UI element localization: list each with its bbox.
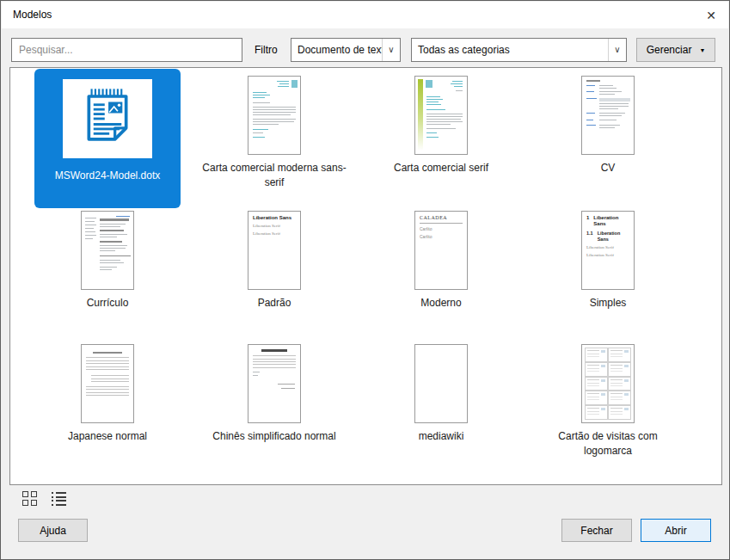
document-type-value: Documento de texto xyxy=(291,39,382,61)
template-label: Carta comercial serif xyxy=(364,161,518,175)
thumb-text: Carlito xyxy=(420,226,463,231)
manage-button-label: Gerenciar xyxy=(647,44,692,56)
thumb-text: Liberation Serif xyxy=(253,224,296,229)
template-thumbnail xyxy=(414,344,468,423)
list-view-icon xyxy=(52,491,66,506)
thumbnail-view-button[interactable] xyxy=(22,491,37,506)
template-label: mediawiki xyxy=(364,429,518,444)
caret-down-icon: ▼ xyxy=(699,47,705,53)
close-button[interactable]: Fechar xyxy=(561,519,632,542)
template-thumbnail xyxy=(81,344,134,423)
open-button[interactable]: Abrir xyxy=(641,519,711,542)
template-label: MSWord24-Model.dotx xyxy=(34,169,181,183)
template-tile-moderno[interactable]: CALADEA Carlito Carlito Moderno xyxy=(364,211,518,311)
template-label: Moderno xyxy=(364,296,518,311)
template-tile-cartao-de-visitas[interactable]: Cartão de visitas com logomarca xyxy=(531,344,685,458)
template-thumbnail xyxy=(81,211,134,290)
template-label: CV xyxy=(531,161,685,175)
template-tile-japanese-normal[interactable]: Japanese normal xyxy=(30,344,185,444)
business-card-grid xyxy=(585,348,631,420)
template-thumbnail xyxy=(248,344,301,423)
template-tile-padrao[interactable]: Liberation Sans Liberation Serif Liberat… xyxy=(197,211,352,311)
thumb-text: Carlito xyxy=(420,234,463,239)
template-tile-mediawiki[interactable]: mediawiki xyxy=(364,344,518,444)
thumb-text: 1.1 xyxy=(586,231,593,243)
filter-label: Filtro xyxy=(255,44,278,56)
close-icon[interactable]: ✕ xyxy=(701,6,721,25)
template-grid: MSWord24-Model.dotx Carta comercia xyxy=(9,67,722,485)
search-input[interactable] xyxy=(11,38,242,62)
notepad-icon xyxy=(74,84,141,153)
template-tile-curriculo[interactable]: Currículo xyxy=(30,211,185,311)
template-tile-msword24-model[interactable]: MSWord24-Model.dotx xyxy=(34,69,181,208)
template-label: Currículo xyxy=(30,296,185,311)
thumb-text: Liberation Serif xyxy=(586,253,629,258)
grid-view-icon xyxy=(22,491,37,506)
category-value: Todas as categorias xyxy=(412,39,608,61)
thumb-text: Liberation Sans xyxy=(593,215,629,227)
template-label: Cartão de visitas com logomarca xyxy=(539,429,677,458)
dialog-title: Modelos xyxy=(13,9,52,21)
view-toggles xyxy=(22,491,66,506)
thumb-text: CALADEA xyxy=(420,215,463,224)
template-thumbnail xyxy=(414,76,468,155)
template-tile-carta-comercial-moderna[interactable]: Carta comercial moderna sans-serif xyxy=(197,76,352,190)
template-label: Chinês simplificado normal xyxy=(197,429,352,444)
help-button[interactable]: Ajuda xyxy=(18,519,88,542)
template-thumbnail xyxy=(581,344,635,423)
template-label: Carta comercial moderna sans-serif xyxy=(197,161,352,190)
template-thumbnail: 1Liberation Sans 1.1Liberation Sans Libe… xyxy=(581,211,635,290)
thumb-text: Liberation Serif xyxy=(253,231,296,237)
thumb-text: Liberation Sans xyxy=(253,215,296,221)
template-tile-cv[interactable]: CV xyxy=(531,76,685,175)
template-label: Japanese normal xyxy=(30,429,185,444)
template-thumbnail xyxy=(581,76,635,155)
category-dropdown[interactable]: Todas as categorias ∨ xyxy=(411,38,627,62)
template-thumbnail: Liberation Sans Liberation Serif Liberat… xyxy=(248,211,301,290)
title-bar: Modelos ✕ xyxy=(2,2,728,28)
template-label: Simples xyxy=(531,296,685,311)
chevron-down-icon: ∨ xyxy=(608,39,626,61)
template-label: Padrão xyxy=(197,296,352,311)
template-thumbnail xyxy=(248,76,301,155)
manage-button[interactable]: Gerenciar▼ xyxy=(636,38,715,62)
templates-dialog: Modelos ✕ Filtro Documento de texto ∨ To… xyxy=(0,0,730,560)
template-tile-chines-simplificado-normal[interactable]: Chinês simplificado normal xyxy=(197,344,352,444)
document-type-dropdown[interactable]: Documento de texto ∨ xyxy=(291,38,401,62)
template-thumbnail xyxy=(63,79,152,158)
template-thumbnail: CALADEA Carlito Carlito xyxy=(414,211,468,290)
thumb-text: 1 xyxy=(586,215,589,227)
chevron-down-icon: ∨ xyxy=(382,39,400,61)
list-view-button[interactable] xyxy=(52,491,66,506)
thumb-text: Liberation Serif xyxy=(586,245,629,250)
template-tile-carta-comercial-serif[interactable]: Carta comercial serif xyxy=(364,76,518,175)
thumb-text: Liberation Sans xyxy=(598,231,629,243)
template-tile-simples[interactable]: 1Liberation Sans 1.1Liberation Sans Libe… xyxy=(531,211,685,311)
toolbar: Filtro Documento de texto ∨ Todas as cat… xyxy=(11,38,724,62)
